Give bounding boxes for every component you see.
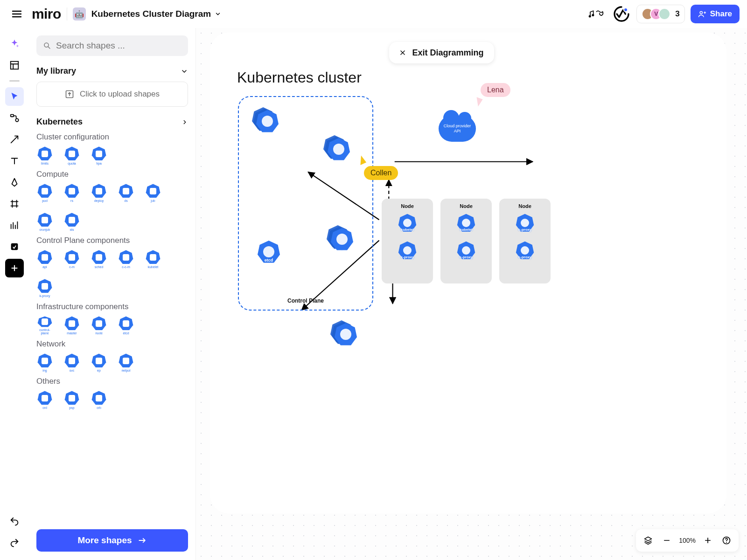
board-title: Kubernetes Cluster Diagram — [91, 9, 211, 19]
avatar — [658, 8, 670, 20]
avatar-count: 3 — [675, 9, 679, 19]
zoom-in-button[interactable] — [699, 532, 716, 549]
shape-deploy[interactable]: deploy — [91, 184, 107, 202]
tool-arrow[interactable] — [5, 130, 24, 149]
tool-frame[interactable] — [5, 194, 24, 213]
frame[interactable]: Exit Diagramming Kubernetes cluster Cont… — [210, 33, 726, 513]
shape-c-m[interactable]: c-m — [63, 250, 80, 269]
svg-point-1 — [592, 14, 594, 16]
shape-groups: Cluster configurationlimitsquotahpaCompu… — [29, 128, 195, 525]
k8s-shape-kproxy[interactable]: k-proxy — [516, 214, 534, 236]
shape-sched[interactable]: sched — [91, 250, 107, 269]
k8s-shape-cm[interactable]: c-m — [254, 110, 280, 138]
node-box-1[interactable]: Node kubelet k-proxy — [382, 199, 433, 283]
tool-add[interactable] — [5, 259, 24, 277]
zoom-level[interactable]: 100% — [677, 537, 698, 544]
tool-sticker[interactable] — [5, 237, 24, 256]
diagram-title[interactable]: Kubernetes cluster — [237, 69, 362, 86]
board-emoji[interactable]: 🤖 — [73, 7, 86, 21]
layers-button[interactable] — [640, 532, 656, 549]
shape-ds[interactable]: ds — [118, 184, 134, 202]
shape-rs[interactable]: rs — [63, 184, 80, 202]
upload-shapes-button[interactable]: Click to upload shapes — [36, 82, 188, 107]
sticker-icon — [9, 242, 20, 252]
heptagon-icon — [37, 279, 52, 293]
plus-icon — [704, 536, 712, 545]
k8s-shape-kproxy[interactable]: k-proxy — [398, 241, 417, 264]
arrow-icon — [9, 134, 20, 145]
shape-label: svc — [70, 369, 75, 372]
heptagon-icon — [91, 353, 106, 368]
shape-quota[interactable]: quota — [63, 146, 80, 165]
undo-button[interactable] — [5, 512, 24, 531]
k8s-shape-etcd[interactable]: etcd — [256, 240, 282, 268]
tool-template[interactable] — [5, 56, 24, 75]
frame-icon — [9, 199, 20, 209]
cloud-provider-api[interactable]: Cloud provider API — [439, 116, 476, 142]
shape-pod[interactable]: pod — [36, 184, 53, 202]
shape-etcd[interactable]: etcd — [118, 316, 134, 335]
shape-grid: podrsdeploydsjobcronjobsts — [36, 184, 188, 231]
node-box-2[interactable]: Node kubelet k-proxy — [440, 199, 492, 283]
shape-cronjob[interactable]: cronjob — [36, 213, 53, 231]
shape-ing[interactable]: ing — [36, 353, 53, 372]
shape-label: sts — [70, 228, 74, 231]
shape-psp[interactable]: psp — [63, 391, 80, 409]
k8s-shape-api[interactable]: api — [329, 228, 355, 256]
zoom-out-button[interactable] — [658, 532, 675, 549]
k8s-shape-ccm[interactable]: c-c-m — [326, 138, 352, 166]
shape-netpol[interactable]: netpol — [118, 353, 134, 372]
shape-master[interactable]: master — [63, 316, 80, 335]
search-field[interactable] — [56, 41, 182, 51]
redo-button[interactable] — [5, 534, 24, 553]
k8s-shape-kproxy[interactable]: k-proxy — [457, 241, 475, 264]
exit-diagramming-button[interactable]: Exit Diagramming — [389, 42, 494, 63]
k8s-shape-kproxy[interactable]: k-proxy — [516, 241, 534, 264]
activity-button[interactable] — [612, 5, 631, 23]
more-shapes-button[interactable]: More shapes — [36, 529, 188, 552]
logo[interactable]: miro — [32, 6, 61, 22]
shape-api[interactable]: api — [36, 250, 53, 269]
shape-limits[interactable]: limits — [36, 146, 53, 165]
share-button[interactable]: Share — [691, 5, 740, 23]
shape-k-proxy[interactable]: k-proxy — [36, 279, 53, 297]
shape-sts[interactable]: sts — [63, 213, 80, 231]
main-menu-button[interactable] — [7, 5, 26, 23]
heptagon-icon — [64, 146, 79, 161]
search-input[interactable] — [36, 35, 188, 56]
category-toggle[interactable]: Kubernetes — [29, 111, 195, 128]
collaborator-cluster[interactable]: V 3 — [636, 5, 684, 23]
shape-crb[interactable]: crb — [91, 391, 107, 409]
shape-node[interactable]: node — [91, 316, 107, 335]
heptagon-icon — [64, 353, 79, 368]
shape-label: psp — [69, 406, 74, 409]
board-title-dropdown[interactable]: Kubernetes Cluster Diagram — [91, 9, 222, 19]
shape-svc[interactable]: svc — [63, 353, 80, 372]
shape-ep[interactable]: ep — [91, 353, 107, 372]
shape-kubelet[interactable]: kubelet — [145, 250, 161, 269]
tool-diagram[interactable] — [5, 109, 24, 127]
heptagon-icon — [64, 213, 79, 227]
shape-control-plane[interactable]: control-plane — [36, 316, 53, 335]
help-icon — [722, 536, 731, 545]
shape-label: ep — [97, 369, 101, 372]
my-library-toggle[interactable]: My library — [29, 60, 195, 78]
shape-hpa[interactable]: hpa — [91, 146, 107, 165]
tool-text[interactable] — [5, 152, 24, 170]
tool-pen[interactable] — [5, 173, 24, 192]
k8s-shape-kubelet[interactable]: kubelet — [457, 214, 475, 236]
shape-crd[interactable]: crd — [36, 391, 53, 409]
k8s-shape-sched[interactable]: sched — [333, 323, 359, 351]
music-icon — [588, 9, 607, 19]
shape-job[interactable]: job — [145, 184, 161, 202]
shape-c-c-m[interactable]: c-c-m — [118, 250, 134, 269]
k8s-shape-kubelet[interactable]: kubelet — [398, 214, 417, 236]
shape-label: master — [67, 332, 77, 335]
help-button[interactable] — [718, 532, 735, 549]
tool-select[interactable] — [5, 87, 24, 106]
music-button[interactable] — [588, 5, 607, 23]
node-box-3[interactable]: Node k-proxy k-proxy — [499, 199, 551, 283]
tool-ai[interactable] — [5, 35, 24, 53]
canvas[interactable]: Exit Diagramming Kubernetes cluster Cont… — [196, 28, 747, 560]
tool-chart[interactable] — [5, 216, 24, 235]
